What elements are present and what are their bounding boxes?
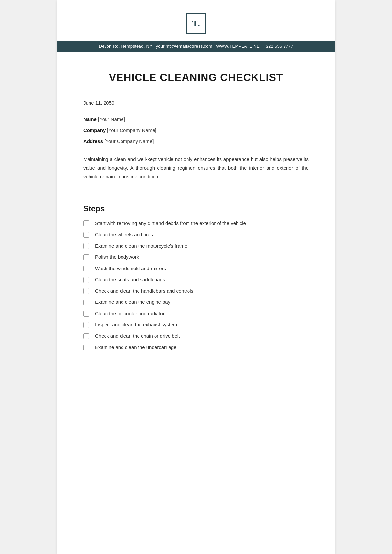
checklist-item: Examine and clean the motorcycle's frame — [83, 242, 309, 250]
checkbox-icon[interactable] — [83, 232, 89, 238]
checklist-item: Wash the windshield and mirrors — [83, 265, 309, 272]
checklist-label: Start with removing any dirt and debris … — [95, 220, 246, 227]
checkbox-icon[interactable] — [83, 243, 89, 249]
field-value-company-text: [Your Company Name] — [107, 127, 156, 133]
logo-area: T. — [57, 0, 335, 41]
checklist-item: Start with removing any dirt and debris … — [83, 220, 309, 227]
field-address: Address [Your Company Name] — [83, 138, 309, 145]
field-label-address: Address — [83, 138, 103, 144]
checklist: Start with removing any dirt and debris … — [83, 220, 309, 351]
checkbox-icon[interactable] — [83, 300, 89, 305]
checklist-label: Clean the oil cooler and radiator — [95, 310, 165, 318]
checklist-item: Check and clean the chain or drive belt — [83, 333, 309, 340]
header-info-text: Devon Rd, Hempstead, NY | yourinfo@email… — [99, 44, 293, 49]
checklist-item: Clean the oil cooler and radiator — [83, 310, 309, 318]
logo-box: T. — [186, 13, 206, 34]
main-content: VEHICLE CLEANING CHECKLIST June 11, 2059… — [57, 52, 335, 375]
checkbox-icon[interactable] — [83, 254, 89, 260]
field-company: Company [Your Company Name] — [83, 126, 309, 134]
header-info-bar: Devon Rd, Hempstead, NY | yourinfo@email… — [57, 41, 335, 52]
checklist-item: Clean the wheels and tires — [83, 231, 309, 238]
checklist-item: Examine and clean the undercarriage — [83, 344, 309, 351]
checkbox-icon[interactable] — [83, 345, 89, 350]
checklist-label: Polish the bodywork — [95, 253, 139, 261]
checkbox-icon[interactable] — [83, 266, 89, 271]
page: T. Devon Rd, Hempstead, NY | yourinfo@em… — [57, 0, 335, 554]
steps-title: Steps — [83, 204, 309, 213]
checklist-label: Wash the windshield and mirrors — [95, 265, 166, 272]
checklist-label: Examine and clean the motorcycle's frame — [95, 242, 187, 250]
fields-section: Name [Your Name] Company [Your Company N… — [83, 115, 309, 145]
checkbox-icon[interactable] — [83, 277, 89, 283]
checklist-item: Check and clean the handlebars and contr… — [83, 287, 309, 295]
field-name: Name [Your Name] — [83, 115, 309, 123]
field-value-name-text: [Your Name] — [98, 116, 125, 122]
checklist-label: Clean the wheels and tires — [95, 231, 153, 238]
description-text: Maintaining a clean and well-kept vehicl… — [83, 155, 309, 181]
field-label-name: Name — [83, 116, 97, 122]
checklist-item: Clean the seats and saddlebags — [83, 276, 309, 284]
checkbox-icon[interactable] — [83, 322, 89, 328]
logo-text: T. — [192, 18, 200, 29]
checklist-item: Examine and clean the engine bay — [83, 299, 309, 306]
checklist-item: Polish the bodywork — [83, 253, 309, 261]
document-title: VEHICLE CLEANING CHECKLIST — [83, 72, 309, 84]
checkbox-icon[interactable] — [83, 220, 89, 226]
checklist-label: Check and clean the handlebars and contr… — [95, 287, 193, 295]
checklist-label: Examine and clean the undercarriage — [95, 344, 176, 351]
checklist-label: Examine and clean the engine bay — [95, 299, 170, 306]
section-divider — [83, 194, 309, 194]
document-date: June 11, 2059 — [83, 100, 309, 106]
checkbox-icon[interactable] — [83, 333, 89, 339]
field-label-company: Company — [83, 127, 106, 133]
checkbox-icon[interactable] — [83, 288, 89, 294]
checkbox-icon[interactable] — [83, 311, 89, 317]
checklist-item: Inspect and clean the exhaust system — [83, 321, 309, 329]
checklist-label: Inspect and clean the exhaust system — [95, 321, 177, 329]
checklist-label: Check and clean the chain or drive belt — [95, 333, 180, 340]
checklist-label: Clean the seats and saddlebags — [95, 276, 165, 284]
field-value-address-text: [Your Company Name] — [104, 138, 154, 144]
